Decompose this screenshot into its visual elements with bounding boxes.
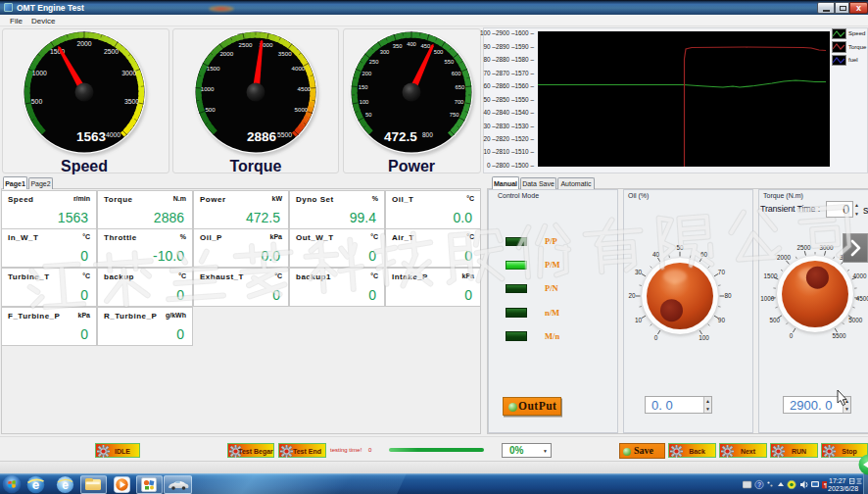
svg-text:0: 0 <box>654 334 658 341</box>
svg-text:100: 100 <box>699 334 709 341</box>
svg-text:5000: 5000 <box>848 317 863 323</box>
svg-text:4000: 4000 <box>852 272 867 279</box>
svg-text:2000: 2000 <box>777 254 792 261</box>
svg-text:80: 80 <box>724 292 732 299</box>
svg-text:0: 0 <box>790 332 794 339</box>
svg-text:?: ? <box>757 481 761 488</box>
svg-text:30: 30 <box>635 269 643 275</box>
svg-text:90: 90 <box>718 317 726 323</box>
svg-text:1500: 1500 <box>763 272 778 279</box>
svg-text:50: 50 <box>676 244 684 251</box>
svg-text:60: 60 <box>700 251 708 258</box>
svg-text:10: 10 <box>635 317 643 323</box>
svg-text:70: 70 <box>718 269 726 275</box>
svg-text:40: 40 <box>652 251 660 258</box>
svg-text:¶: ¶ <box>824 482 827 488</box>
svg-text:1000: 1000 <box>760 295 775 302</box>
svg-text:5500: 5500 <box>832 332 846 339</box>
svg-text:20: 20 <box>628 292 636 299</box>
svg-text:4500: 4500 <box>856 295 868 302</box>
svg-text:500: 500 <box>770 317 781 323</box>
svg-text:3000: 3000 <box>820 244 835 251</box>
svg-text:2500: 2500 <box>796 244 811 251</box>
